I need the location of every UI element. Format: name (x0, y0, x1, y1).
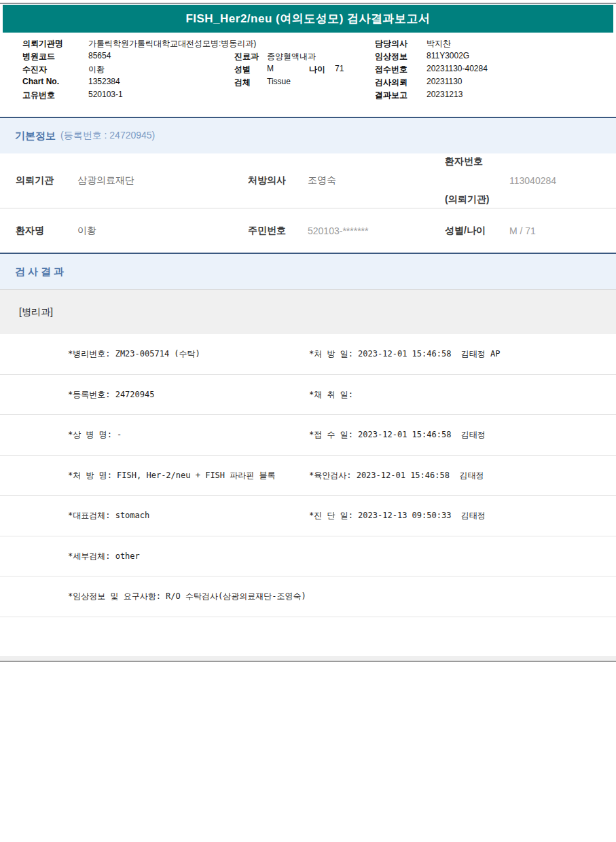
result-right-text: *진 단 일: 2023-12-13 09:50:33 김태정 (309, 510, 486, 521)
field-label: 병원코드 (22, 51, 55, 62)
field-value: 520103-1 (88, 90, 123, 99)
field-value: 종양혈액내과 (267, 51, 316, 62)
field-value: Tissue (267, 77, 291, 86)
result-right-text: *처 방 일: 2023-12-01 15:46:58 김태정 AP (309, 348, 501, 360)
field-value: 113040284 (509, 175, 556, 186)
field-value: 이황 (77, 225, 96, 237)
section-title: 검사결과 (15, 266, 67, 278)
field-label: 결과보고 (375, 90, 407, 101)
field-value: 85654 (88, 51, 111, 60)
section-results-header: 검사결과 (0, 253, 616, 289)
field-label: 진료과 (234, 51, 259, 62)
field-label-line: 환자번호 (445, 155, 489, 168)
result-row: *병리번호: ZM23-005714 (수탁) *처 방 일: 2023-12-… (0, 334, 616, 375)
field-label-line: (의뢰기관) (445, 194, 489, 206)
field-value: 이황 (88, 64, 105, 75)
section-title: 기본정보 (15, 130, 56, 143)
result-right-text: *접 수 일: 2023-12-01 15:46:58 김태정 (309, 429, 486, 441)
field-value: 조영숙 (308, 175, 336, 187)
result-left-text: *상 병 명: - (68, 429, 122, 441)
field-label: 주민번호 (248, 225, 286, 237)
field-label: 나이 (309, 64, 325, 75)
field-label: 접수번호 (375, 64, 407, 75)
field-value: M (267, 64, 274, 73)
result-row: *대표검체: stomach *진 단 일: 2023-12-13 09:50:… (0, 496, 616, 536)
result-row: *세부검체: other (0, 536, 616, 577)
department-row: [병리과] (0, 289, 616, 334)
result-left-text: *임상정보 및 요구사항: R/O 수탁검사(삼광의료재단-조영숙) (68, 591, 306, 602)
field-value: 71 (335, 64, 344, 73)
result-row: *임상정보 및 요구사항: R/O 수탁검사(삼광의료재단-조영숙) (0, 576, 616, 617)
field-value: 811Y3002G (427, 51, 469, 60)
field-label: 성별 (234, 64, 251, 75)
field-label: 담당의사 (375, 38, 407, 50)
field-value: 20231130-40284 (427, 64, 488, 73)
field-value: 1352384 (88, 77, 120, 86)
field-value: 가톨릭학원가톨릭대학교대전성모병:병동리과) (88, 38, 256, 50)
field-label: 환자명 (16, 225, 44, 237)
footer-bar (0, 656, 616, 662)
field-label: 임상정보 (375, 51, 407, 62)
field-label: 고유번호 (22, 90, 55, 101)
result-right-text: *채 취 일: (309, 388, 353, 400)
result-row: *처 방 명: FISH, Her-2/neu + FISH 파라핀 블록 *육… (0, 456, 616, 496)
field-label: 검체 (234, 77, 251, 88)
field-value: 520103-******* (308, 225, 369, 236)
field-value: 삼광의료재단 (77, 175, 134, 187)
department-label: [병리과] (19, 306, 53, 318)
field-label: Chart No. (22, 77, 59, 86)
result-left-text: *병리번호: ZM23-005714 (수탁) (68, 348, 200, 360)
result-left-text: *대표검체: stomach (68, 510, 149, 521)
table-row: 환자명 이황 주민번호 520103-******* 성별/나이 M / 71 (0, 208, 616, 253)
result-left-text: *세부검체: other (68, 550, 140, 562)
result-right-text: *육안검사: 2023-12-01 15:46:58 김태정 (309, 469, 484, 481)
field-value: 20231213 (427, 90, 463, 99)
field-value: M / 71 (509, 225, 536, 236)
field-label: 의뢰기관 (16, 175, 54, 187)
report-page: FISH_Her2/neu (여의도성모) 검사결과보고서 의뢰기관명 병원코드… (0, 0, 616, 842)
result-row: *등록번호: 24720945 *채 취 일: (0, 375, 616, 416)
field-label: 검사의뢰 (375, 77, 407, 88)
field-label: 처방의사 (248, 175, 286, 187)
table-row: 의뢰기관 삼광의료재단 처방의사 조영숙 환자번호 (의뢰기관) 1130402… (0, 153, 616, 208)
result-left-text: *등록번호: 24720945 (68, 388, 154, 400)
result-left-text: *처 방 명: FISH, Her-2/neu + FISH 파라핀 블록 (68, 469, 276, 481)
section-basic-info-header: 기본정보 (등록번호 : 24720945) (0, 117, 616, 153)
field-label: 의뢰기관명 (22, 38, 63, 50)
field-value: 박지찬 (427, 38, 451, 50)
field-value: 20231130 (427, 77, 463, 86)
result-row: *상 병 명: - *접 수 일: 2023-12-01 15:46:58 김태… (0, 415, 616, 456)
field-label: 수진자 (22, 64, 47, 75)
field-label: 성별/나이 (445, 225, 486, 237)
section-subtitle: (등록번호 : 24720945) (60, 130, 155, 142)
result-rows: *병리번호: ZM23-005714 (수탁) *처 방 일: 2023-12-… (0, 334, 616, 617)
patient-header: 의뢰기관명 병원코드 수진자 Chart No. 고유번호 가톨릭학원가톨릭대학… (0, 0, 616, 115)
